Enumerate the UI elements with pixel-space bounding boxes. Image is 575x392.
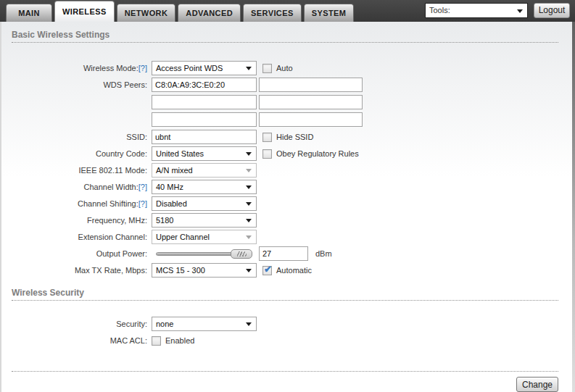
app-window: MAIN WIRELESS NETWORK ADVANCED SERVICES … — [0, 0, 575, 392]
obey-regulatory-checkbox-group: Obey Regulatory Rules — [262, 149, 359, 159]
tab-services[interactable]: SERVICES — [243, 4, 302, 22]
dropdown-caret-icon — [517, 9, 523, 13]
wireless-mode-help-link[interactable]: [?] — [138, 64, 147, 72]
frequency-row: Frequency, MHz: 5180 — [12, 213, 558, 228]
hide-ssid-checkbox-group: Hide SSID — [262, 133, 313, 142]
output-power-slider-handle[interactable] — [231, 249, 252, 259]
hide-ssid-checkbox-label: Hide SSID — [276, 133, 313, 141]
extension-channel-row: Extension Channel: Upper Channel — [12, 230, 558, 244]
max-tx-rate-label: Max TX Rate, Mbps: — [12, 263, 152, 278]
channel-shifting-select[interactable]: Disabled — [152, 196, 257, 211]
security-label: Security: — [12, 317, 152, 331]
wds-peer-input-5[interactable] — [152, 112, 257, 127]
frequency-label: Frequency, MHz: — [12, 213, 152, 228]
max-tx-rate-row: Max TX Rate, Mbps: MCS 15 - 300 Automati… — [12, 263, 558, 278]
change-button-row: Change — [12, 377, 558, 392]
dropdown-caret-icon — [246, 202, 252, 206]
dbm-unit-label: dBm — [315, 249, 332, 258]
tools-select-value: Tools: — [429, 6, 450, 14]
ieee-80211-mode-select: A/N mixed — [152, 163, 257, 178]
output-power-input[interactable] — [259, 246, 308, 261]
dropdown-caret-icon — [246, 185, 252, 189]
slider-grip-icon — [237, 251, 247, 257]
tab-advanced[interactable]: ADVANCED — [178, 4, 241, 22]
mac-acl-label: MAC ACL: — [12, 333, 152, 348]
dropdown-caret-icon — [246, 169, 252, 172]
content-area: Basic Wireless Settings Wireless Mode:[?… — [0, 22, 575, 392]
country-code-select[interactable]: United States — [152, 146, 257, 161]
change-button[interactable]: Change — [516, 377, 558, 392]
basic-wireless-settings-title: Basic Wireless Settings — [12, 30, 558, 43]
wds-peer-input-3[interactable] — [152, 95, 257, 109]
channel-width-select[interactable]: 40 MHz — [152, 180, 257, 194]
security-select[interactable]: none — [152, 317, 257, 331]
hide-ssid-checkbox[interactable] — [262, 133, 272, 142]
output-power-label: Output Power: — [12, 246, 152, 261]
wireless-security-title: Wireless Security — [12, 288, 558, 301]
channel-width-row: Channel Width:[?] 40 MHz — [12, 180, 558, 194]
ieee-mode-row: IEEE 802.11 Mode: A/N mixed — [12, 163, 558, 178]
automatic-checkbox-label: Automatic — [276, 266, 312, 275]
wds-peers-label: WDS Peers: — [12, 78, 152, 92]
mac-acl-checkbox-group: Enabled — [152, 336, 194, 346]
topbar-right-group: Tools: Logout — [425, 3, 570, 18]
ssid-input[interactable] — [152, 130, 257, 144]
tab-network[interactable]: NETWORK — [117, 4, 176, 22]
obey-regulatory-rules-checkbox[interactable] — [262, 149, 272, 159]
country-code-row: Country Code: United States Obey Regulat… — [12, 146, 558, 161]
wds-peers-row: WDS Peers: — [12, 78, 558, 127]
extension-channel-label: Extension Channel: — [12, 230, 152, 244]
wds-peer-input-6[interactable] — [259, 112, 363, 127]
channel-width-label: Channel Width:[?] — [12, 180, 152, 194]
dropdown-caret-icon — [246, 67, 252, 70]
automatic-checkbox[interactable] — [262, 266, 272, 275]
frequency-select[interactable]: 5180 — [152, 213, 257, 228]
output-power-slider[interactable] — [156, 252, 252, 256]
channel-shifting-label: Channel Shifting:[?] — [12, 196, 152, 211]
ieee-mode-label: IEEE 802.11 Mode: — [12, 163, 152, 178]
ssid-row: SSID: Hide SSID — [12, 130, 558, 144]
right-edge-shadow — [572, 22, 575, 392]
tools-select[interactable]: Tools: — [425, 3, 528, 18]
country-code-label: Country Code: — [12, 146, 152, 161]
dropdown-caret-icon — [246, 235, 252, 239]
channel-shifting-help-link[interactable]: [?] — [138, 199, 147, 208]
channel-width-help-link[interactable]: [?] — [138, 183, 147, 191]
wds-peer-input-1[interactable] — [152, 78, 257, 92]
mac-acl-enabled-label: Enabled — [165, 336, 194, 345]
automatic-checkbox-group: Automatic — [262, 266, 312, 275]
ssid-label: SSID: — [12, 130, 152, 144]
wireless-mode-select[interactable]: Access Point WDS — [152, 61, 257, 75]
channel-shifting-row: Channel Shifting:[?] Disabled — [12, 196, 558, 211]
wds-peer-input-2[interactable] — [259, 78, 363, 92]
dropdown-caret-icon — [246, 322, 252, 326]
mac-acl-enabled-checkbox[interactable] — [152, 336, 161, 346]
mac-acl-row: MAC ACL: Enabled — [12, 333, 558, 348]
wireless-mode-row: Wireless Mode:[?] Access Point WDS Auto — [12, 61, 558, 75]
wds-peers-grid — [152, 78, 363, 127]
max-tx-rate-select[interactable]: MCS 15 - 300 — [152, 263, 257, 278]
top-tab-bar: MAIN WIRELESS NETWORK ADVANCED SERVICES … — [0, 0, 575, 22]
auto-checkbox[interactable] — [262, 64, 272, 73]
auto-checkbox-label: Auto — [276, 64, 293, 72]
tab-wireless[interactable]: WIRELESS — [54, 1, 115, 22]
extension-channel-select: Upper Channel — [152, 230, 257, 244]
logout-button[interactable]: Logout — [534, 3, 570, 18]
auto-checkbox-group: Auto — [262, 64, 293, 73]
wds-peer-input-4[interactable] — [259, 95, 363, 109]
output-power-row: Output Power: dBm — [12, 246, 558, 261]
dropdown-caret-icon — [246, 269, 252, 272]
wireless-mode-label: Wireless Mode:[?] — [12, 61, 152, 75]
tab-system[interactable]: SYSTEM — [304, 4, 355, 22]
dropdown-caret-icon — [246, 152, 252, 156]
dropdown-caret-icon — [246, 219, 252, 222]
security-row: Security: none — [12, 317, 558, 331]
footer-divider — [12, 371, 558, 372]
tab-main[interactable]: MAIN — [6, 4, 52, 22]
obey-regulatory-rules-label: Obey Regulatory Rules — [276, 149, 359, 158]
